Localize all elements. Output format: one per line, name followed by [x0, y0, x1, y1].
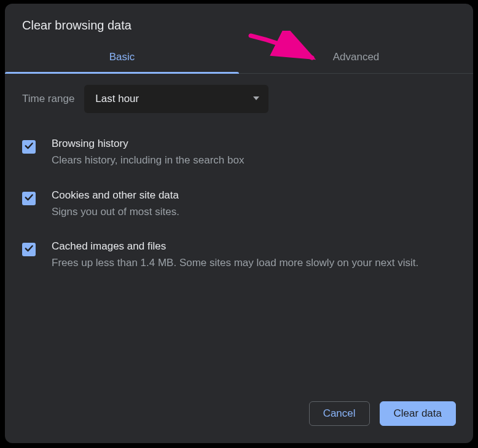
- option-text: Browsing history Clears history, includi…: [52, 138, 456, 168]
- option-cookies: Cookies and other site data Signs you ou…: [22, 189, 456, 220]
- tabs: Basic Advanced: [5, 42, 473, 74]
- time-range-select[interactable]: Last hour: [84, 85, 268, 113]
- option-cached: Cached images and files Frees up less th…: [22, 240, 456, 271]
- check-icon: [23, 140, 34, 154]
- dialog-content: Time range Last hour Browsing history Cl…: [5, 74, 473, 390]
- cancel-button[interactable]: Cancel: [309, 401, 370, 426]
- check-icon: [23, 243, 34, 256]
- tab-advanced[interactable]: Advanced: [239, 42, 473, 73]
- time-range-row: Time range Last hour: [22, 85, 456, 113]
- time-range-label: Time range: [22, 93, 74, 105]
- tab-basic[interactable]: Basic: [5, 42, 239, 73]
- checkbox-cookies[interactable]: [22, 192, 36, 205]
- checkbox-browsing-history[interactable]: [22, 140, 36, 154]
- clear-data-button[interactable]: Clear data: [380, 401, 456, 426]
- option-title: Browsing history: [52, 138, 456, 150]
- clear-browsing-data-dialog: Clear browsing data Basic Advanced Time …: [5, 4, 473, 443]
- time-range-value: Last hour: [95, 93, 139, 105]
- dialog-actions: Cancel Clear data: [5, 390, 473, 443]
- option-subtitle: Frees up less than 1.4 MB. Some sites ma…: [52, 255, 456, 271]
- dialog-title: Clear browsing data: [5, 4, 473, 42]
- option-title: Cookies and other site data: [52, 189, 456, 202]
- chevron-down-icon: [253, 93, 260, 105]
- option-browsing-history: Browsing history Clears history, includi…: [22, 138, 456, 168]
- option-subtitle: Clears history, including in the search …: [52, 152, 456, 168]
- option-text: Cached images and files Frees up less th…: [52, 240, 456, 271]
- option-subtitle: Signs you out of most sites.: [52, 204, 456, 220]
- option-text: Cookies and other site data Signs you ou…: [52, 189, 456, 220]
- checkbox-cached[interactable]: [22, 243, 36, 256]
- option-title: Cached images and files: [52, 240, 456, 253]
- check-icon: [23, 192, 34, 205]
